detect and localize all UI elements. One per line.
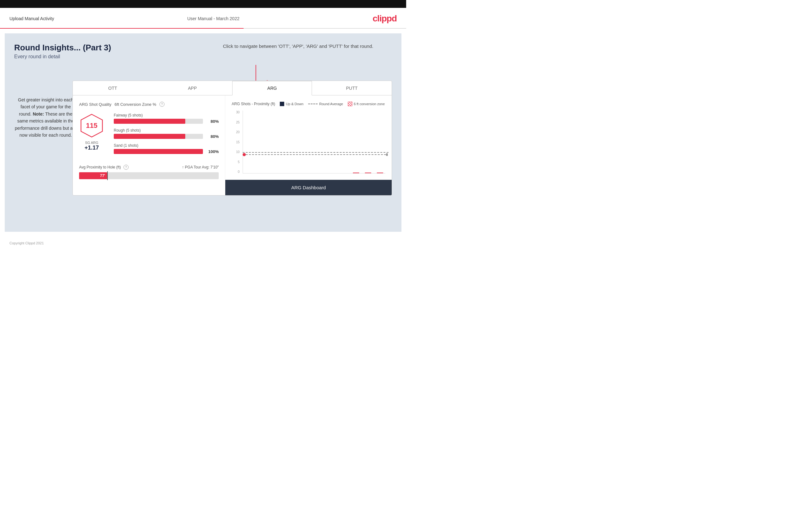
sand-bar-fill bbox=[114, 149, 203, 154]
header: Upload Manual Activity User Manual - Mar… bbox=[0, 8, 406, 28]
tab-ott[interactable]: OTT bbox=[73, 81, 153, 96]
score-value: 115 bbox=[86, 122, 98, 130]
tab-app[interactable]: APP bbox=[153, 81, 232, 96]
sand-row: Sand (1 shots) 100% bbox=[114, 143, 219, 154]
help-icon[interactable]: ? bbox=[159, 102, 164, 107]
legend-round-avg: Round Average bbox=[308, 102, 343, 106]
sg-label: SG ARG bbox=[85, 141, 98, 145]
shot-quality-bars: Fairway (5 shots) 80% Rough (5 shots) bbox=[114, 113, 219, 158]
footer: Copyright Clippd 2021 bbox=[0, 236, 406, 250]
proximity-header: Avg Proximity to Hole (ft) ? ↑ PGA Tour … bbox=[79, 165, 219, 170]
shot-quality-label: ARG Shot Quality bbox=[79, 102, 111, 107]
rough-bar-track bbox=[114, 134, 203, 139]
proximity-bar-track: 77' bbox=[79, 172, 219, 179]
chart-area: 30 25 20 15 10 5 0 bbox=[232, 111, 385, 173]
reference-dot bbox=[243, 153, 246, 156]
bar-11 bbox=[363, 173, 373, 173]
main-content: Round Insights... (Part 3) Every round i… bbox=[5, 34, 401, 232]
fairway-pct: 80% bbox=[206, 119, 219, 124]
fairway-row: Fairway (5 shots) 80% bbox=[114, 113, 219, 124]
proximity-value: 77' bbox=[100, 173, 105, 178]
fairway-bar-fill bbox=[114, 119, 185, 124]
score-section: 115 SG ARG +1.17 Fairway (5 shots) bbox=[79, 113, 219, 158]
card-body: ARG Shot Quality 6ft Conversion Zone % ?… bbox=[73, 96, 392, 195]
rough-label: Rough (5 shots) bbox=[114, 128, 219, 132]
fairway-bar-track bbox=[114, 119, 203, 124]
proximity-section: Avg Proximity to Hole (ft) ? ↑ PGA Tour … bbox=[79, 165, 219, 179]
rough-bar-fill bbox=[114, 134, 185, 139]
page-subtitle: Every round in detail bbox=[14, 54, 392, 59]
left-panel: ARG Shot Quality 6ft Conversion Zone % ?… bbox=[73, 96, 225, 195]
bar-10 bbox=[351, 173, 361, 173]
document-title: User Manual - March 2022 bbox=[187, 16, 240, 21]
arg-dashboard-button[interactable]: ARG Dashboard bbox=[225, 180, 392, 195]
copyright: Copyright Clippd 2021 bbox=[9, 241, 44, 245]
legend-round-avg-label: Round Average bbox=[319, 102, 343, 106]
legend-up-down-label: Up & Down bbox=[286, 102, 303, 106]
panel-header: ARG Shot Quality 6ft Conversion Zone % ? bbox=[79, 102, 219, 107]
right-panel: ARG Shots - Proximity (ft) Up & Down Rou… bbox=[225, 96, 392, 195]
clippd-logo: clippd bbox=[373, 13, 397, 23]
proximity-help-icon[interactable]: ? bbox=[123, 165, 129, 170]
score-hexagon: 115 bbox=[79, 113, 104, 138]
legend-hatch-icon bbox=[348, 102, 352, 106]
rough-bar-row: 80% bbox=[114, 134, 219, 139]
reference-label: 8 bbox=[386, 153, 389, 157]
sand-bar-row: 100% bbox=[114, 149, 219, 154]
legend-dashed-icon bbox=[308, 104, 318, 104]
left-description: Get greater insight into each facet of y… bbox=[14, 96, 77, 138]
right-panel-header: ARG Shots - Proximity (ft) Up & Down Rou… bbox=[232, 102, 385, 106]
tabs-container: OTT APP ARG PUTT bbox=[73, 81, 392, 96]
chart-y-axis: 30 25 20 15 10 5 0 bbox=[232, 111, 241, 173]
sand-pct: 100% bbox=[206, 149, 219, 154]
legend-up-down: Up & Down bbox=[280, 102, 303, 106]
tab-putt[interactable]: PUTT bbox=[312, 81, 392, 96]
rough-row: Rough (5 shots) 80% bbox=[114, 128, 219, 139]
legend-square-icon bbox=[280, 102, 284, 106]
pga-avg: ↑ PGA Tour Avg: 7'10" bbox=[182, 165, 219, 169]
proximity-bar-fill: 77' bbox=[79, 172, 107, 179]
upload-manual-link[interactable]: Upload Manual Activity bbox=[9, 16, 54, 21]
proximity-label: Avg Proximity to Hole (ft) ? bbox=[79, 165, 129, 170]
legend-conversion-label: 6 ft conversion zone bbox=[354, 102, 385, 106]
proximity-cursor bbox=[107, 171, 108, 180]
fairway-label: Fairway (5 shots) bbox=[114, 113, 219, 117]
sand-bar-track bbox=[114, 149, 203, 154]
rough-pct: 80% bbox=[206, 134, 219, 139]
bar-12 bbox=[375, 173, 385, 173]
sg-value: +1.17 bbox=[85, 145, 99, 151]
top-bar bbox=[0, 0, 406, 8]
round-insights-card: OTT APP ARG PUTT ARG Shot Quality 6ft Co… bbox=[72, 80, 392, 195]
hexagon-container: 115 SG ARG +1.17 bbox=[79, 113, 104, 151]
chart-bars bbox=[243, 111, 385, 173]
sand-label: Sand (1 shots) bbox=[114, 143, 219, 148]
nav-hint: Click to navigate between 'OTT', 'APP', … bbox=[223, 43, 373, 50]
tab-arg[interactable]: ARG bbox=[232, 81, 312, 96]
header-divider bbox=[0, 28, 406, 29]
fairway-bar-row: 80% bbox=[114, 119, 219, 124]
right-panel-title: ARG Shots - Proximity (ft) bbox=[232, 102, 275, 106]
reference-line: 8 bbox=[243, 152, 389, 157]
conversion-label: 6ft Conversion Zone % bbox=[115, 102, 156, 107]
legend-conversion: 6 ft conversion zone bbox=[348, 102, 385, 106]
